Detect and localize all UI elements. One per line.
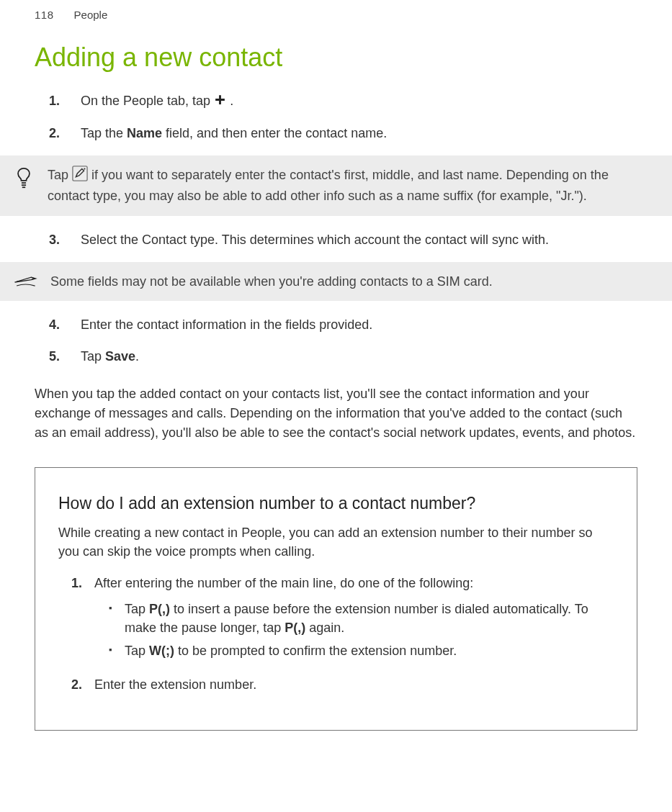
faq-title: How do I add an extension number to a co… [58, 494, 614, 513]
faq-b1-c: to insert a pause before the extension n… [125, 602, 588, 635]
step-3-text: Select the Contact type. This determines… [81, 230, 637, 249]
step-5-text-a: Tap [81, 349, 105, 364]
step-2-name-label: Name [127, 126, 162, 140]
step-3: Select the Contact type. This determines… [35, 230, 637, 249]
page-title: Adding a new contact [0, 21, 672, 91]
after-paragraph: When you tap the added contact on your c… [0, 379, 672, 460]
page: 118 People Adding a new contact On the P… [0, 0, 672, 731]
faq-intro: While creating a new contact in People, … [58, 523, 614, 561]
step-1: On the People tab, tap . [35, 91, 637, 111]
faq-b1-a: Tap [125, 602, 149, 616]
step-2-text-a: Tap the [81, 126, 127, 140]
svg-rect-0 [22, 183, 26, 184]
faq-bullet-2: Tap W(;) to be prompted to confirm the e… [109, 641, 614, 660]
step-1-text-b: . [230, 94, 233, 108]
pen-icon [13, 272, 37, 291]
steps-block-3: Enter the contact information in the fie… [0, 315, 672, 366]
page-header: 118 People [0, 0, 672, 21]
faq-step-2-text: Enter the extension number. [94, 675, 614, 694]
plus-icon [214, 92, 226, 111]
svg-rect-1 [22, 185, 26, 186]
steps-block-1: On the People tab, tap . Tap the Name fi… [0, 91, 672, 143]
edit-icon [72, 166, 88, 186]
page-number: 118 [35, 9, 54, 21]
tip-text: Tap if you want to separately enter the … [48, 166, 637, 205]
faq-step-2: Enter the extension number. [71, 675, 614, 694]
svg-point-4 [84, 168, 85, 170]
tip-text-a: Tap [48, 168, 72, 183]
note-callout: Some fields may not be available when yo… [0, 262, 672, 301]
step-5-text-c: . [135, 349, 139, 364]
step-1-text-a: On the People tab, tap [81, 94, 214, 108]
step-5-save-label: Save [105, 349, 135, 364]
lightbulb-icon [13, 166, 35, 205]
step-2: Tap the Name field, and then enter the c… [35, 124, 637, 143]
faq-b2-c: to be prompted to confirm the extension … [174, 644, 457, 658]
svg-rect-2 [22, 187, 25, 189]
steps-block-2: Select the Contact type. This determines… [0, 230, 672, 249]
faq-b1-pc2: P(,) [285, 621, 305, 635]
note-text: Some fields may not be available when yo… [50, 272, 493, 291]
faq-step-1: After entering the number of the main li… [71, 574, 614, 664]
faq-bullet-1: Tap P(,) to insert a pause before the ex… [109, 600, 614, 637]
section-name: People [74, 9, 108, 21]
faq-b1-pc1: P(,) [149, 602, 170, 616]
faq-b1-e: again. [305, 621, 344, 635]
faq-step-1-text: After entering the number of the main li… [94, 576, 473, 590]
faq-b2-wsc: W(;) [149, 644, 174, 658]
faq-box: How do I add an extension number to a co… [35, 467, 637, 731]
step-2-text-c: field, and then enter the contact name. [162, 126, 387, 140]
step-4: Enter the contact information in the fie… [35, 315, 637, 334]
step-5: Tap Save. [35, 347, 637, 366]
tip-text-b: if you want to separately enter the cont… [48, 168, 609, 204]
tip-callout: Tap if you want to separately enter the … [0, 155, 672, 215]
step-4-text: Enter the contact information in the fie… [81, 315, 637, 334]
faq-b2-a: Tap [125, 644, 149, 658]
